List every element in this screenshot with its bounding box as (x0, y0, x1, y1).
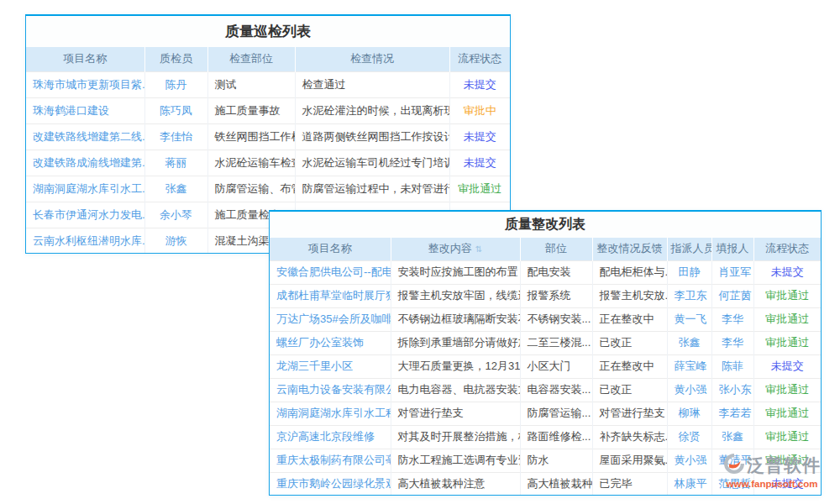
assignee-cell[interactable]: 薛宝峰 (667, 354, 711, 378)
watermark-brand: 泛普软件 (747, 454, 821, 477)
table-row: 湖南洞庭湖水库引水工程施工I标对管进行垫支防腐管运输...对管进行垫支柳琳李若若… (270, 402, 821, 425)
status-cell: 审批通过 (449, 176, 510, 202)
part-cell: 二至三楼混... (520, 331, 592, 354)
project-name-cell[interactable]: 改建铁路线增建第二线... (26, 123, 144, 150)
assignee-cell[interactable]: 田静 (667, 260, 711, 284)
project-name-cell[interactable]: 云南水利枢纽潜明水库... (26, 228, 144, 254)
rectify-content-cell: 安装时应按施工图的布置，将... (391, 260, 520, 284)
project-name-cell[interactable]: 改建铁路成渝线增建第... (26, 150, 144, 176)
feedback-cell: 报警主机安放... (592, 284, 667, 307)
rectify-content-header[interactable]: 整改内容⇅ (391, 238, 520, 260)
table-row: 龙湖三千里小区大理石质量更换，12月31日之...小区大门正在整改中薛宝峰陈菲未… (270, 354, 821, 378)
reporter-cell[interactable]: 李若若 (711, 402, 753, 425)
status-header: 流程状态 (753, 238, 821, 260)
project-name-cell[interactable]: 重庆市鹅岭公园绿化景观提升... (270, 472, 391, 496)
project-name-cell[interactable]: 重庆太极制药有限公司亳州中... (270, 449, 391, 472)
status-cell: 审批通过 (753, 378, 821, 402)
status-cell: 未提交 (449, 123, 510, 150)
table-row: 安徽合肥供电公司--配电设备...安装时应按施工图的布置，将...配电安装配电柜… (270, 260, 821, 284)
table-row: 改建铁路线增建第二线...李佳怡铁丝网围挡工作检查道路两侧铁丝网围挡工作按设计.… (26, 123, 510, 150)
part-cell: 防腐管运输... (520, 402, 592, 425)
assignee-cell[interactable]: 张鑫 (667, 331, 711, 354)
fanpu-watermark: 泛普软件 www.fanpusoft.com (719, 453, 825, 489)
inspector-cell[interactable]: 陈巧凤 (144, 97, 207, 123)
project-name-cell[interactable]: 湖南洞庭湖水库引水工... (26, 176, 144, 202)
feedback-cell: 对管进行垫支 (592, 402, 667, 425)
table-row: 螺丝厂办公室装饰拆除到承重墙部分请做好加固...二至三楼混...已改正张鑫李华审… (270, 331, 821, 354)
rectify-content-cell: 对管进行垫支 (391, 402, 520, 425)
project-name-cell[interactable]: 云南电力设备安装有限公司20... (270, 378, 391, 402)
project-name-cell[interactable]: 安徽合肥供电公司--配电设备... (270, 260, 391, 284)
project-name-cell[interactable]: 龙湖三千里小区 (270, 354, 391, 378)
watermark-url: www.fanpusoft.com (719, 479, 825, 489)
reporter-cell[interactable]: 张鑫 (711, 425, 753, 449)
assignee-cell[interactable]: 柳琳 (667, 402, 711, 425)
sort-icon[interactable]: ⇅ (475, 244, 482, 254)
rectify-content-cell: 报警主机安放牢固，线缆连接... (391, 284, 520, 307)
assignee-cell[interactable]: 黄一飞 (667, 307, 711, 331)
part-cell: 防水 (520, 449, 592, 472)
reporter-cell[interactable]: 何芷茵 (711, 284, 753, 307)
project-name-cell[interactable]: 京沪高速北京段维修 (270, 425, 391, 449)
inspector-cell[interactable]: 游恢 (144, 228, 207, 254)
rectify-content-cell: 拆除到承重墙部分请做好加固... (391, 331, 520, 354)
feedback-cell: 已改正 (592, 331, 667, 354)
inspector-cell[interactable]: 张鑫 (144, 176, 207, 202)
reporter-cell[interactable]: 李华 (711, 331, 753, 354)
inspection-situation-cell: 检查通过 (295, 71, 449, 97)
table-row: 云南电力设备安装有限公司20...电力电容器、电抗器安装方案,...电容器安装.… (270, 378, 821, 402)
project-name-cell[interactable]: 湖南洞庭湖水库引水工程施工I标 (270, 402, 391, 425)
reporter-header: 填报人 (711, 238, 753, 260)
assignee-cell[interactable]: 李卫东 (667, 284, 711, 307)
table-row: 成都杜甫草堂临时展厅独立展...报警主机安放牢固，线缆连接...报警系统报警主机… (270, 284, 821, 307)
reporter-cell[interactable]: 张小东 (711, 378, 753, 402)
inspection-part-cell: 水泥砼运输车检查 (207, 150, 295, 176)
table-row: 珠海鹤港口建设陈巧凤施工质量事故水泥砼灌注的时候，出现离析现象审批中 (26, 97, 510, 123)
project-name-cell[interactable]: 长春市伊通河水力发电... (26, 202, 144, 228)
project-name-cell[interactable]: 珠海市城市更新项目紫... (26, 71, 144, 97)
rectification-header-row: 项目名称整改内容⇅部位整改情况反馈指派人员填报人流程状态 (270, 238, 821, 260)
feedback-header: 整改情况反馈 (592, 238, 667, 260)
inspection-part-header: 检查部位 (207, 47, 295, 71)
reporter-cell[interactable]: 肖亚军 (711, 260, 753, 284)
feedback-cell: 正在整改中 (592, 307, 667, 331)
inspector-cell[interactable]: 李佳怡 (144, 123, 207, 150)
reporter-cell[interactable]: 李华 (711, 307, 753, 331)
inspector-cell[interactable]: 陈丹 (144, 71, 207, 97)
project-name-cell[interactable]: 成都杜甫草堂临时展厅独立展... (270, 284, 391, 307)
part-cell: 报警系统 (520, 284, 592, 307)
assignee-cell[interactable]: 林康平 (667, 472, 711, 496)
assignee-cell[interactable]: 黄小强 (667, 449, 711, 472)
project-name-cell[interactable]: 螺丝厂办公室装饰 (270, 331, 391, 354)
rectify-content-cell: 电力电容器、电抗器安装方案,... (391, 378, 520, 402)
inspection-header-row: 项目名称质检员检查部位检查情况流程状态 (26, 47, 510, 71)
status-header: 流程状态 (449, 47, 510, 71)
feedback-cell: 配电柜柜体与... (592, 260, 667, 284)
rectify-content-cell: 防水工程施工选调有专业资质... (391, 449, 520, 472)
project-name-cell[interactable]: 珠海鹤港口建设 (26, 97, 144, 123)
table-row: 改建铁路成渝线增建第...蒋丽水泥砼运输车检查水泥砼运输车司机经过专门培训...… (26, 150, 510, 176)
inspection-situation-cell: 水泥砼运输车司机经过专门培训... (295, 150, 449, 176)
status-cell: 未提交 (449, 150, 510, 176)
fanpu-logo-icon (723, 453, 745, 478)
inspection-situation-cell: 水泥砼灌注的时候，出现离析现象 (295, 97, 449, 123)
status-cell: 未提交 (753, 354, 821, 378)
part-header: 部位 (520, 238, 592, 260)
rectification-table-title: 质量整改列表 (270, 212, 821, 238)
feedback-cell: 已完毕 (592, 472, 667, 496)
assignee-cell[interactable]: 徐贤 (667, 425, 711, 449)
inspector-cell[interactable]: 余小琴 (144, 202, 207, 228)
reporter-cell[interactable]: 陈菲 (711, 354, 753, 378)
part-cell: 路面维修检... (520, 425, 592, 449)
status-cell: 审批通过 (753, 331, 821, 354)
assignee-cell[interactable]: 黄小强 (667, 378, 711, 402)
inspector-cell[interactable]: 蒋丽 (144, 150, 207, 176)
status-cell: 审批通过 (753, 284, 821, 307)
project-name-cell[interactable]: 万达广场35#会所及咖啡厅空... (270, 307, 391, 331)
part-cell: 小区大门 (520, 354, 592, 378)
feedback-cell: 屋面采用聚氨... (592, 449, 667, 472)
project-name-header: 项目名称 (26, 47, 144, 71)
feedback-cell: 正在整改中 (592, 354, 667, 378)
inspector-header: 质检员 (144, 47, 207, 71)
part-cell: 不锈钢安装... (520, 307, 592, 331)
